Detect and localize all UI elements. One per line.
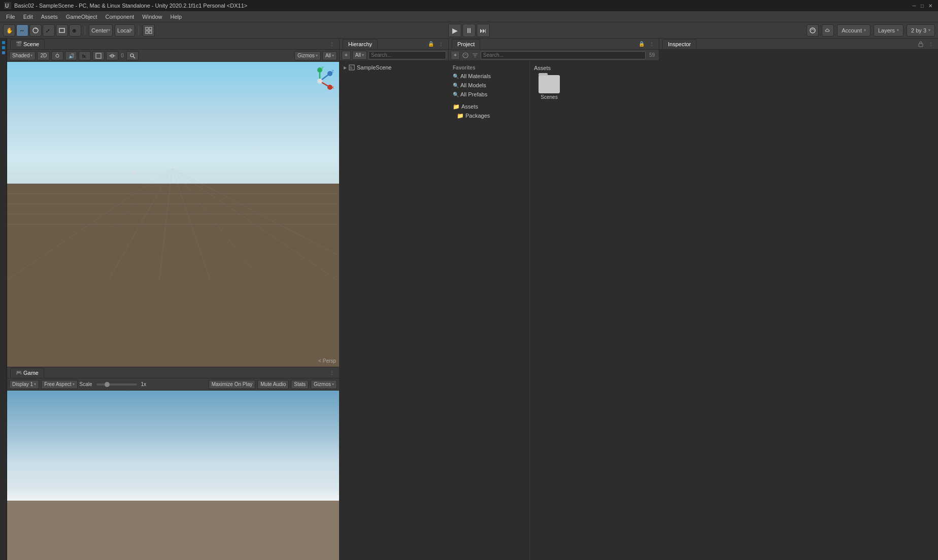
svg-point-20 — [130, 54, 133, 57]
project-all-prefabs[interactable]: 🔍 All Prefabs — [451, 90, 527, 99]
mute-audio-btn[interactable]: Mute Audio — [257, 380, 289, 389]
sidebar-indicator-1 — [2, 41, 5, 44]
stats-btn[interactable]: Stats — [291, 380, 309, 389]
assets-folder-icon: 📁 — [453, 103, 460, 110]
display-dropdown[interactable]: Display 1 ▾ — [9, 380, 39, 389]
inspector-tab[interactable]: Inspector — [662, 39, 696, 49]
search-scene-btn[interactable] — [126, 51, 139, 60]
hierarchy-search-input[interactable] — [368, 51, 446, 59]
inspector-menu-btn[interactable]: ⋮ — [927, 40, 935, 48]
hierarchy-arrow: ▶ — [344, 65, 347, 70]
hierarchy-all-dropdown[interactable]: All ▾ — [352, 51, 367, 60]
center-toggle[interactable]: Center ▾ — [89, 24, 113, 37]
hierarchy-tab-bar: Hierarchy 🔒 ⋮ — [340, 39, 448, 50]
pause-button[interactable]: ⏸ — [462, 24, 476, 37]
scene-grid — [7, 62, 339, 367]
project-search-input[interactable] — [481, 51, 646, 59]
svg-line-35 — [172, 168, 337, 255]
project-filter-btn[interactable] — [471, 51, 479, 59]
project-packages-folder[interactable]: 📁 Packages — [451, 111, 527, 120]
hierarchy-tab[interactable]: Hierarchy — [343, 39, 378, 49]
scale-control: Scale 1x — [80, 381, 147, 387]
svg-point-4 — [33, 28, 38, 33]
play-button[interactable]: ▶ — [448, 24, 461, 37]
scene-icon: S — [349, 64, 355, 71]
menu-component[interactable]: Component — [101, 13, 138, 21]
hierarchy-sample-scene[interactable]: ▶ S SampleScene — [342, 63, 446, 72]
game-viewport — [7, 391, 339, 560]
restore-button[interactable]: □ — [919, 2, 926, 9]
svg-rect-17 — [96, 53, 101, 58]
step-button[interactable]: ⏭ — [477, 24, 490, 37]
game-panel-menu[interactable]: ⋮ — [328, 369, 336, 377]
menu-edit[interactable]: Edit — [19, 13, 37, 21]
hide-icon-btn[interactable] — [106, 51, 118, 60]
project-sync-btn[interactable] — [461, 51, 470, 59]
grid-snap-btn[interactable] — [143, 24, 155, 37]
scene-gizmo[interactable]: Z X Y — [305, 66, 335, 96]
project-menu-btn[interactable]: ⋮ — [648, 40, 656, 48]
cloud-btn[interactable] — [822, 24, 834, 37]
menu-window[interactable]: Window — [138, 13, 166, 21]
project-lock-btn[interactable]: 🔒 — [638, 40, 646, 48]
scene-toolbar: Shaded ▾ 2D 🔊 fx — [7, 50, 339, 62]
aspect-dropdown[interactable]: Free Aspect ▾ — [41, 380, 77, 389]
project-assets-folder[interactable]: 📁 Assets — [451, 102, 527, 111]
project-panel: Project 🔒 ⋮ + 59 Favorites — [449, 39, 659, 560]
left-sidebar — [0, 39, 7, 560]
2d-toggle[interactable]: 2D — [37, 51, 50, 60]
menu-gameobject[interactable]: GameObject — [62, 13, 102, 21]
scale-tool[interactable]: ⤢ — [43, 24, 55, 37]
combined-tool[interactable]: ⊕ — [69, 24, 81, 37]
scene-tab[interactable]: 🎬 Scene — [10, 39, 45, 49]
all-dropdown[interactable]: All ▾ — [322, 51, 337, 60]
lighting-btn[interactable] — [51, 51, 63, 60]
scenes-folder-item[interactable]: Scenes — [534, 75, 564, 100]
svg-text:✋: ✋ — [6, 27, 13, 34]
close-button[interactable]: ✕ — [927, 2, 934, 9]
right-toolbar: Account ▾ Layers ▾ 2 by 3 ▾ — [807, 24, 935, 37]
game-tab[interactable]: 🎮 Game — [10, 368, 44, 378]
rotate-tool[interactable] — [29, 24, 42, 37]
fx-btn[interactable]: fx — [79, 51, 91, 60]
scale-slider[interactable] — [96, 383, 137, 386]
layers-dropdown[interactable]: Layers ▾ — [874, 24, 903, 37]
scene-tab-bar: 🎬 Scene ⋮ — [7, 39, 339, 50]
search-icon-3: 🔍 — [453, 92, 459, 97]
move-tool[interactable]: ↔ — [16, 24, 28, 37]
add-project-btn[interactable]: + — [451, 51, 460, 60]
scene-object-1 — [131, 171, 135, 174]
svg-rect-52 — [919, 44, 923, 47]
gizmos-dropdown[interactable]: Gizmos ▾ — [294, 51, 321, 60]
favorites-header: Favorites — [451, 63, 527, 72]
project-all-models[interactable]: 🔍 All Models — [451, 81, 527, 90]
hierarchy-lock-btn[interactable]: 🔒 — [427, 40, 435, 48]
minimize-button[interactable]: ─ — [911, 2, 918, 9]
rect-tool[interactable] — [56, 24, 68, 37]
scene-view-btn[interactable] — [92, 51, 105, 60]
layout-dropdown[interactable]: 2 by 3 ▾ — [907, 24, 935, 37]
inspector-tab-bar: Inspector ⋮ — [659, 39, 938, 50]
maximize-on-play-btn[interactable]: Maximize On Play — [209, 380, 256, 389]
audio-btn[interactable]: 🔊 — [65, 51, 77, 60]
project-tab[interactable]: Project — [452, 39, 480, 49]
account-dropdown[interactable]: Account ▾ — [837, 24, 870, 37]
menu-file[interactable]: File — [2, 13, 19, 21]
inspector-lock-btn[interactable] — [917, 40, 925, 48]
game-gizmos-dropdown[interactable]: Gizmos ▾ — [311, 380, 337, 389]
sidebar-indicator-3 — [2, 51, 5, 54]
scene-panel-menu[interactable]: ⋮ — [328, 40, 336, 48]
menu-assets[interactable]: Assets — [37, 13, 62, 21]
svg-text:Y: Y — [321, 66, 324, 70]
window-controls[interactable]: ─ □ ✕ — [911, 2, 934, 9]
menu-help[interactable]: Help — [166, 13, 186, 21]
hand-tool[interactable]: ✋ — [3, 24, 15, 37]
game-sky — [7, 391, 339, 492]
hierarchy-menu-btn[interactable]: ⋮ — [437, 40, 445, 48]
svg-text:U: U — [5, 3, 9, 9]
add-hierarchy-btn[interactable]: + — [342, 51, 351, 60]
local-toggle[interactable]: Local ▾ — [115, 24, 135, 37]
shaded-dropdown[interactable]: Shaded ▾ — [9, 51, 36, 60]
collab-btn[interactable] — [807, 24, 819, 37]
project-all-materials[interactable]: 🔍 All Materials — [451, 72, 527, 81]
